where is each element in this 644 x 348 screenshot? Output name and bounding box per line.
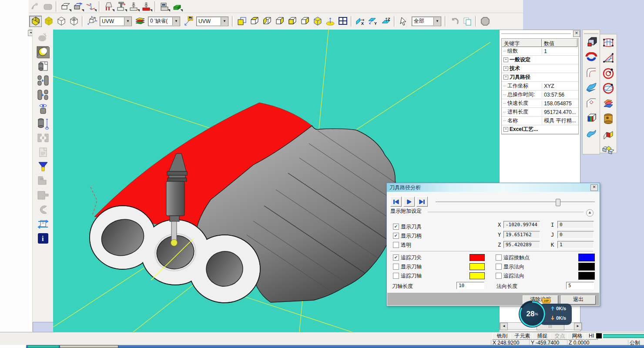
table-row[interactable]: 总操作时间:03:57:56 <box>502 90 578 99</box>
cclamp-gray-icon[interactable] <box>36 203 50 216</box>
part-box-icon[interactable]: ◥ <box>60 1 71 12</box>
part-box-blue-icon[interactable]: ◥ <box>72 1 84 12</box>
cursor-icon[interactable] <box>398 16 409 27</box>
circle-ring-icon[interactable] <box>601 66 615 80</box>
toggle-subelement[interactable]: 子元素 <box>510 333 535 340</box>
axis-cube-icon[interactable] <box>86 16 97 27</box>
show-axis-color-swatch[interactable] <box>470 263 485 270</box>
toggle-snap[interactable]: 捕捉 <box>533 333 552 340</box>
skip-end-button[interactable] <box>416 197 428 207</box>
trace-tip-color-swatch[interactable] <box>470 254 485 261</box>
layer-select[interactable]: 0 '缺省( ▼ <box>148 17 180 26</box>
surface-blue-icon[interactable] <box>584 81 598 95</box>
dialog-close-icon[interactable]: ✕ <box>590 184 598 191</box>
wire-cube-icon[interactable] <box>55 16 67 27</box>
table-row[interactable]: 快速长度158.054875 <box>502 99 578 108</box>
verify-green-icon[interactable]: ◥ <box>171 1 183 12</box>
x-field[interactable]: -1020.99744 <box>503 221 540 228</box>
axis-y-icon[interactable]: Y <box>367 16 379 27</box>
show-normal-checkbox[interactable] <box>496 264 502 270</box>
taskbar-app-button[interactable] <box>27 345 59 348</box>
dropdown-arrow-icon[interactable]: ▼ <box>124 17 131 25</box>
drill-red-icon[interactable]: ◥ <box>141 1 152 12</box>
progress-circle[interactable]: 28% <box>519 301 546 328</box>
transfer-doc-icon[interactable] <box>36 218 50 231</box>
undo-icon[interactable] <box>449 16 460 27</box>
trace-tip-checkbox[interactable]: ✔ <box>393 254 399 261</box>
scroll-right-icon[interactable]: ► <box>574 323 582 330</box>
trace-axis-checkbox[interactable] <box>393 273 399 279</box>
block-gray-icon[interactable] <box>36 189 50 202</box>
drill-tool-icon[interactable]: ◥ <box>128 1 140 12</box>
toolbar-grip[interactable] <box>584 31 598 34</box>
collapse-section-icon[interactable]: ▲ <box>586 209 594 217</box>
transparent-checkbox[interactable] <box>393 242 399 248</box>
show-axis-checkbox[interactable] <box>393 264 399 270</box>
circle-crossed-icon[interactable] <box>601 81 615 95</box>
shade-cube2-icon[interactable] <box>43 16 54 27</box>
copy-icon[interactable] <box>461 16 473 27</box>
view-right-icon[interactable] <box>274 16 285 27</box>
scroll-left-icon[interactable]: ◄ <box>500 323 508 330</box>
expand-icon[interactable]: + <box>503 75 508 80</box>
table-row[interactable]: 工作坐标XYZ <box>502 82 578 90</box>
triangle-mesh-icon[interactable] <box>601 51 615 65</box>
filter-select[interactable]: 全部 ▼ <box>412 17 441 26</box>
tool-holder-icon[interactable]: ◥ <box>103 1 114 12</box>
view-front-icon[interactable] <box>236 16 248 27</box>
color-box-icon[interactable] <box>584 111 598 125</box>
expand-icon[interactable]: + <box>503 66 508 71</box>
cylinder-yellow-icon[interactable] <box>601 112 615 126</box>
play-button[interactable] <box>403 197 415 207</box>
y-field[interactable]: 19.651762 <box>503 231 540 238</box>
sim-active-icon[interactable] <box>36 45 50 58</box>
highlight-color-swatch[interactable] <box>596 333 602 338</box>
skip-start-button[interactable] <box>390 197 402 207</box>
toggle-intersection[interactable]: 交点 <box>550 333 570 340</box>
vip-badge[interactable]: VIP <box>542 298 550 303</box>
layers-icon[interactable] <box>134 16 146 27</box>
wire-cube-split-icon[interactable] <box>68 16 80 27</box>
corner-fillet-icon[interactable] <box>584 66 598 80</box>
clamp-icon[interactable] <box>36 131 50 144</box>
view-left-icon[interactable] <box>261 16 273 27</box>
os-taskbar[interactable] <box>0 345 644 348</box>
trace-contact-color-swatch[interactable] <box>578 254 595 261</box>
table-row[interactable]: +一般设定 <box>502 56 578 64</box>
view-grid-icon[interactable] <box>337 16 349 27</box>
dropdown-arrow-icon[interactable]: ▼ <box>221 17 228 25</box>
rotate-stock-icon[interactable] <box>36 103 50 116</box>
table-row[interactable]: +刀具路径 <box>502 73 578 82</box>
uvw-select-1[interactable]: UVW ▼ <box>100 17 132 26</box>
trace-contact-checkbox[interactable] <box>496 254 502 261</box>
uv-arrow-icon[interactable] <box>182 16 194 27</box>
trace-axis-color-swatch[interactable] <box>470 272 485 279</box>
show-holder-checkbox[interactable]: ✔ <box>393 233 399 239</box>
table-row[interactable]: 名称模具 平行精... <box>502 117 578 125</box>
measure-lines-icon[interactable]: ◥ <box>85 1 97 12</box>
table-row[interactable]: 进料长度951724.470... <box>502 108 578 117</box>
machine-icon[interactable]: ◥ <box>158 1 170 12</box>
corner-diamond-icon[interactable] <box>584 96 598 110</box>
toggle-milling[interactable]: 铣削 <box>492 333 512 340</box>
torus-icon[interactable] <box>584 50 598 64</box>
dropdown-arrow-icon[interactable]: ▼ <box>433 17 441 25</box>
show-tool-checkbox[interactable]: ✔ <box>393 224 399 230</box>
uvw-select-2[interactable]: UVW ▼ <box>196 17 228 26</box>
stop-icon[interactable] <box>479 16 491 27</box>
compare-stock-icon[interactable]: + <box>36 74 50 87</box>
taskbar-window-button[interactable] <box>60 345 118 348</box>
dropdown-arrow-icon[interactable]: ▼ <box>172 17 180 25</box>
robot-arm-icon[interactable] <box>29 1 41 12</box>
playback-slider[interactable] <box>436 201 595 203</box>
show-normal-color-swatch[interactable] <box>578 263 595 271</box>
table-row[interactable]: +技术 <box>502 64 578 73</box>
box3d-icon[interactable] <box>584 35 598 49</box>
panel-grip[interactable] <box>501 31 571 34</box>
z-field[interactable]: 95.420289 <box>503 241 540 248</box>
view-back-icon[interactable] <box>248 16 260 27</box>
shade-cube-icon[interactable] <box>29 16 42 27</box>
sheets-icon[interactable] <box>601 97 615 110</box>
table-row[interactable]: 组数1 <box>502 47 578 56</box>
j-field[interactable]: 0 <box>557 231 594 238</box>
